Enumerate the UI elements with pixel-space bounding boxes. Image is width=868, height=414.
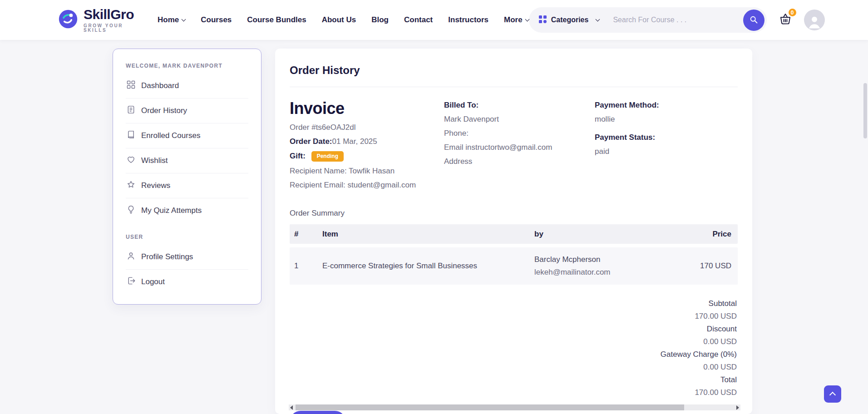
col-price: Price [656,230,738,239]
brand-name: SkillGro [84,8,134,21]
welcome-caption: WELCOME, MARK DAVENPORT [126,63,248,69]
payment-status-value: paid [595,147,738,156]
subtotal-value: 170.00 USD [290,310,737,323]
invoice-title: Invoice [290,99,444,118]
billed-to-name: Mark Davenport [444,115,595,124]
payment-status-label: Payment Status: [595,133,738,142]
page-title: Order History [290,64,738,77]
scroll-left-arrow-icon[interactable] [290,405,293,410]
order-table-header: # Item by Price [290,224,738,244]
gateway-charge-label: Gateway Charge (0%) [290,348,737,361]
sidebar-item-enrolled-courses[interactable]: Enrolled Courses [126,123,248,148]
nav-item-contact[interactable]: Contact [404,15,433,25]
sidebar-item-my-quiz-attempts[interactable]: My Quiz Attempts [126,198,248,223]
sidebar-item-dashboard[interactable]: Dashboard [126,74,248,99]
billed-to-block: Billed To: Mark Davenport Phone: Email i… [444,99,595,190]
chevron-down-icon [596,17,600,21]
star-icon [127,180,135,191]
order-history-panel: Order History Invoice Order #ts6eOAJ2dl … [275,49,752,414]
title-divider [290,87,738,87]
categories-dropdown[interactable]: Categories [539,15,600,25]
order-row-price: 170 USD [656,261,738,271]
recipient-email-line: Recipient Email: student@gmail.com [290,181,444,190]
main-nav: Home Courses Course Bundles About Us Blo… [158,15,529,25]
instructor-name: Barclay Mcpherson [534,253,656,266]
nav-item-more[interactable]: More [504,15,529,25]
sidebar-item-logout[interactable]: Logout [126,270,248,294]
billed-to-label: Billed To: [444,101,595,110]
profile-icon [127,251,135,262]
nav-item-about-us[interactable]: About Us [322,15,356,25]
order-totals: Subtotal 170.00 USD Discount 0.00 USD Ga… [290,297,738,399]
total-label: Total [290,374,737,386]
nav-item-blog[interactable]: Blog [371,15,389,25]
navbar-actions: Categories 0 [529,7,825,33]
heart-icon [127,155,135,166]
print-button[interactable]: Print [290,411,346,414]
recipient-name-line: Recipient Name: Towfik Hasan [290,167,444,176]
nav-item-instructors[interactable]: Instructors [448,15,488,25]
brand-tagline: GROW YOUR SKILLS [84,24,134,33]
book-icon [127,130,135,141]
order-row-number: 1 [290,261,319,271]
person-icon [807,14,822,30]
sidebar-item-order-history[interactable]: Order History [126,99,248,123]
discount-value: 0.00 USD [290,335,737,348]
cart-count-badge: 0 [788,8,797,17]
invoice-header: Invoice Order #ts6eOAJ2dl Order Date:01 … [290,99,738,190]
order-date-line: Order Date:01 Mar, 2025 [290,137,444,146]
order-history-icon [127,105,135,116]
skillgro-logo-icon [58,9,78,31]
categories-grid-icon [539,15,547,25]
scroll-to-top-button[interactable] [824,385,841,403]
chevron-down-icon [182,17,186,21]
address-label: Address [444,157,595,166]
col-by: by [534,230,656,239]
horizontal-scrollbar[interactable] [289,404,740,410]
page-scrollbar-thumb[interactable] [863,83,867,138]
payment-method-value: mollie [595,115,738,124]
gateway-charge-value: 0.00 USD [290,361,737,374]
nav-item-courses[interactable]: Courses [201,15,232,25]
search-button[interactable] [743,10,764,31]
col-item: Item [319,230,534,239]
dashboard-icon [127,80,135,91]
logout-icon [127,276,135,287]
order-number: Order #ts6eOAJ2dl [290,123,444,132]
instructor-email: lekeh@mailinator.com [534,266,656,279]
sidebar-item-profile-settings[interactable]: Profile Settings [126,245,248,270]
order-summary-title: Order Summary [290,209,738,218]
sidebar-item-reviews[interactable]: Reviews [126,173,248,198]
email-line: Email instructortwo@gmail.com [444,143,595,152]
search-input[interactable] [613,16,743,24]
invoice-order-info: Invoice Order #ts6eOAJ2dl Order Date:01 … [290,99,444,190]
nav-item-course-bundles[interactable]: Course Bundles [247,15,306,25]
cart-button[interactable]: 0 [777,11,794,29]
user-avatar[interactable] [804,10,825,30]
col-number: # [290,230,319,239]
gift-line: Gift: Pending [290,151,444,162]
search-icon [749,15,758,25]
scroll-right-arrow-icon[interactable] [736,405,739,410]
payment-method-label: Payment Method: [595,101,738,110]
phone-label: Phone: [444,129,595,138]
nav-item-home[interactable]: Home [158,15,185,25]
course-search-bar: Categories [529,7,767,33]
gift-status-badge: Pending [311,151,344,162]
sidebar-item-wishlist[interactable]: Wishlist [126,148,248,173]
account-sidebar: WELCOME, MARK DAVENPORT Dashboard Order … [113,49,261,305]
total-value: 170.00 USD [290,386,737,399]
subtotal-label: Subtotal [290,297,737,310]
top-navbar: SkillGro GROW YOUR SKILLS Home Courses C… [0,0,868,40]
chevron-up-icon [829,392,836,398]
brand-logo[interactable]: SkillGro GROW YOUR SKILLS [58,8,134,33]
payment-block: Payment Method: mollie Payment Status: p… [595,99,738,190]
order-row-by: Barclay Mcpherson lekeh@mailinator.com [534,253,656,279]
lightbulb-icon [127,205,135,216]
order-row-item: E-commerce Strategies for Small Business… [319,261,534,271]
discount-label: Discount [290,323,737,335]
horizontal-scrollbar-thumb[interactable] [296,404,684,410]
order-row: 1 E-commerce Strategies for Small Busine… [290,247,738,285]
user-section-caption: USER [126,234,248,240]
